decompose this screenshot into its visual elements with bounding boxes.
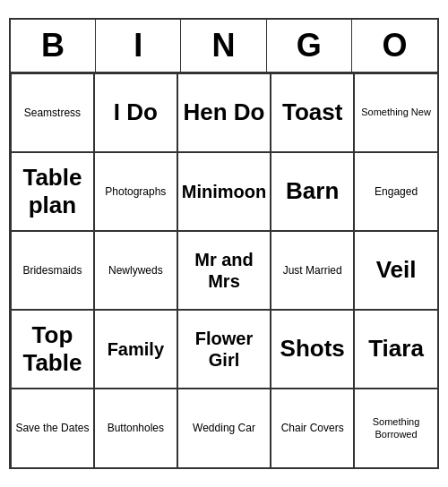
bingo-cell: Shots (271, 310, 354, 389)
bingo-cell: Buttonholes (94, 389, 177, 467)
header-letter: O (352, 20, 437, 72)
header-letter: I (96, 20, 181, 72)
header-letter: B (11, 20, 96, 72)
header-letter: N (181, 20, 266, 72)
bingo-cell: Engaged (354, 152, 437, 231)
bingo-grid: SeamstressI DoHen DoToastSomething NewTa… (11, 73, 437, 467)
bingo-cell: Newlyweds (94, 231, 177, 310)
bingo-header: BINGO (11, 20, 437, 73)
bingo-cell: Top Table (11, 310, 94, 389)
bingo-cell: Table plan (11, 152, 94, 231)
bingo-card: BINGO SeamstressI DoHen DoToastSomething… (9, 18, 439, 469)
bingo-cell: Wedding Car (177, 389, 271, 467)
bingo-cell: Hen Do (177, 73, 271, 152)
bingo-cell: Minimoon (177, 152, 271, 231)
bingo-cell: Just Married (271, 231, 354, 310)
header-letter: G (267, 20, 352, 72)
bingo-cell: Photographs (94, 152, 177, 231)
bingo-cell: Tiara (354, 310, 437, 389)
bingo-cell: Bridesmaids (11, 231, 94, 310)
bingo-cell: Barn (271, 152, 354, 231)
bingo-cell: Flower Girl (177, 310, 271, 389)
bingo-cell: Veil (354, 231, 437, 310)
bingo-cell: Family (94, 310, 177, 389)
bingo-cell: Save the Dates (11, 389, 94, 467)
bingo-cell: I Do (94, 73, 177, 152)
bingo-cell: Toast (271, 73, 354, 152)
bingo-cell: Seamstress (11, 73, 94, 152)
bingo-cell: Something Borrowed (354, 389, 437, 467)
bingo-cell: Chair Covers (271, 389, 354, 467)
bingo-cell: Something New (354, 73, 437, 152)
bingo-cell: Mr and Mrs (177, 231, 271, 310)
